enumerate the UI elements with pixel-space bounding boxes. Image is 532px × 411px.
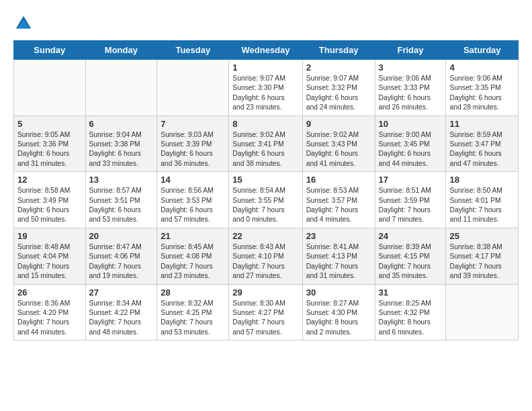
- column-header-thursday: Thursday: [302, 41, 375, 60]
- day-info: Sunrise: 8:59 AM Sunset: 3:47 PM Dayligh…: [449, 130, 515, 169]
- calendar-cell: [446, 284, 519, 340]
- day-number: 15: [232, 175, 298, 185]
- day-info: Sunrise: 9:05 AM Sunset: 3:36 PM Dayligh…: [17, 130, 82, 169]
- day-info: Sunrise: 8:25 AM Sunset: 4:32 PM Dayligh…: [379, 299, 443, 338]
- day-info: Sunrise: 8:32 AM Sunset: 4:25 PM Dayligh…: [161, 299, 225, 338]
- day-number: 3: [379, 62, 443, 73]
- day-info: Sunrise: 9:03 AM Sunset: 3:39 PM Dayligh…: [161, 130, 225, 169]
- calendar-cell: 5Sunrise: 9:05 AM Sunset: 3:36 PM Daylig…: [14, 116, 86, 172]
- column-header-friday: Friday: [375, 41, 446, 60]
- day-number: 10: [379, 119, 443, 129]
- day-number: 7: [161, 119, 225, 129]
- day-number: 26: [17, 287, 82, 298]
- calendar-week-row: 1Sunrise: 9:07 AM Sunset: 3:30 PM Daylig…: [14, 60, 519, 116]
- day-number: 30: [306, 287, 371, 298]
- day-info: Sunrise: 9:06 AM Sunset: 3:33 PM Dayligh…: [379, 74, 443, 113]
- day-number: 4: [449, 62, 515, 73]
- calendar-cell: 29Sunrise: 8:30 AM Sunset: 4:27 PM Dayli…: [229, 284, 302, 340]
- day-info: Sunrise: 8:43 AM Sunset: 4:10 PM Dayligh…: [232, 242, 298, 281]
- calendar-cell: 23Sunrise: 8:41 AM Sunset: 4:13 PM Dayli…: [302, 228, 375, 284]
- calendar-cell: 13Sunrise: 8:57 AM Sunset: 3:51 PM Dayli…: [85, 172, 157, 228]
- day-number: 27: [89, 287, 154, 298]
- day-number: 25: [449, 231, 515, 241]
- day-number: 19: [17, 231, 82, 241]
- day-info: Sunrise: 8:50 AM Sunset: 4:01 PM Dayligh…: [449, 186, 515, 225]
- day-info: Sunrise: 8:48 AM Sunset: 4:04 PM Dayligh…: [17, 242, 82, 281]
- day-info: Sunrise: 8:54 AM Sunset: 3:55 PM Dayligh…: [232, 186, 298, 225]
- day-number: 24: [379, 231, 443, 241]
- calendar-cell: 6Sunrise: 9:04 AM Sunset: 3:38 PM Daylig…: [85, 116, 157, 172]
- column-header-monday: Monday: [85, 41, 157, 60]
- day-number: 29: [232, 287, 298, 298]
- calendar-cell: [85, 60, 157, 116]
- day-number: 1: [232, 62, 298, 73]
- calendar-cell: 19Sunrise: 8:48 AM Sunset: 4:04 PM Dayli…: [14, 228, 86, 284]
- calendar-week-row: 26Sunrise: 8:36 AM Sunset: 4:20 PM Dayli…: [14, 284, 519, 340]
- calendar-cell: 31Sunrise: 8:25 AM Sunset: 4:32 PM Dayli…: [375, 284, 446, 340]
- calendar-cell: 27Sunrise: 8:34 AM Sunset: 4:22 PM Dayli…: [85, 284, 157, 340]
- calendar-week-row: 19Sunrise: 8:48 AM Sunset: 4:04 PM Dayli…: [14, 228, 519, 284]
- day-info: Sunrise: 8:39 AM Sunset: 4:15 PM Dayligh…: [379, 242, 443, 281]
- day-info: Sunrise: 8:58 AM Sunset: 3:49 PM Dayligh…: [17, 186, 82, 225]
- day-info: Sunrise: 9:07 AM Sunset: 3:32 PM Dayligh…: [306, 74, 371, 113]
- calendar-cell: 22Sunrise: 8:43 AM Sunset: 4:10 PM Dayli…: [229, 228, 302, 284]
- day-info: Sunrise: 8:47 AM Sunset: 4:06 PM Dayligh…: [89, 242, 154, 281]
- calendar-cell: 2Sunrise: 9:07 AM Sunset: 3:32 PM Daylig…: [302, 60, 375, 116]
- calendar-cell: 14Sunrise: 8:56 AM Sunset: 3:53 PM Dayli…: [157, 172, 229, 228]
- day-info: Sunrise: 8:53 AM Sunset: 3:57 PM Dayligh…: [306, 186, 371, 225]
- day-info: Sunrise: 8:57 AM Sunset: 3:51 PM Dayligh…: [89, 186, 154, 225]
- day-info: Sunrise: 9:06 AM Sunset: 3:35 PM Dayligh…: [449, 74, 515, 113]
- calendar-cell: 24Sunrise: 8:39 AM Sunset: 4:15 PM Dayli…: [375, 228, 446, 284]
- day-info: Sunrise: 8:41 AM Sunset: 4:13 PM Dayligh…: [306, 242, 371, 281]
- day-number: 21: [161, 231, 225, 241]
- day-number: 16: [306, 175, 371, 185]
- column-header-tuesday: Tuesday: [157, 41, 229, 60]
- day-number: 8: [232, 119, 298, 129]
- day-number: 22: [232, 231, 298, 241]
- calendar-cell: 17Sunrise: 8:51 AM Sunset: 3:59 PM Dayli…: [375, 172, 446, 228]
- day-number: 14: [161, 175, 225, 185]
- calendar-cell: 18Sunrise: 8:50 AM Sunset: 4:01 PM Dayli…: [446, 172, 519, 228]
- calendar-cell: 12Sunrise: 8:58 AM Sunset: 3:49 PM Dayli…: [14, 172, 86, 228]
- day-number: 2: [306, 62, 371, 73]
- day-info: Sunrise: 8:27 AM Sunset: 4:30 PM Dayligh…: [306, 299, 371, 338]
- day-number: 23: [306, 231, 371, 241]
- calendar-cell: 16Sunrise: 8:53 AM Sunset: 3:57 PM Dayli…: [302, 172, 375, 228]
- calendar-cell: 26Sunrise: 8:36 AM Sunset: 4:20 PM Dayli…: [14, 284, 86, 340]
- calendar-cell: 25Sunrise: 8:38 AM Sunset: 4:17 PM Dayli…: [446, 228, 519, 284]
- calendar-cell: 9Sunrise: 9:02 AM Sunset: 3:43 PM Daylig…: [302, 116, 375, 172]
- day-info: Sunrise: 9:00 AM Sunset: 3:45 PM Dayligh…: [379, 130, 443, 169]
- day-number: 11: [449, 119, 515, 129]
- day-number: 5: [17, 119, 82, 129]
- day-number: 6: [89, 119, 154, 129]
- column-header-wednesday: Wednesday: [229, 41, 302, 60]
- calendar-cell: 20Sunrise: 8:47 AM Sunset: 4:06 PM Dayli…: [85, 228, 157, 284]
- day-info: Sunrise: 8:36 AM Sunset: 4:20 PM Dayligh…: [17, 299, 82, 338]
- day-number: 17: [379, 175, 443, 185]
- logo: [13, 13, 36, 34]
- day-info: Sunrise: 9:04 AM Sunset: 3:38 PM Dayligh…: [89, 130, 154, 169]
- calendar-cell: 11Sunrise: 8:59 AM Sunset: 3:47 PM Dayli…: [446, 116, 519, 172]
- day-info: Sunrise: 9:02 AM Sunset: 3:41 PM Dayligh…: [232, 130, 298, 169]
- calendar-header-row: SundayMondayTuesdayWednesdayThursdayFrid…: [14, 41, 519, 60]
- calendar-cell: 15Sunrise: 8:54 AM Sunset: 3:55 PM Dayli…: [229, 172, 302, 228]
- calendar-cell: [14, 60, 86, 116]
- calendar-cell: 8Sunrise: 9:02 AM Sunset: 3:41 PM Daylig…: [229, 116, 302, 172]
- calendar-cell: 10Sunrise: 9:00 AM Sunset: 3:45 PM Dayli…: [375, 116, 446, 172]
- column-header-saturday: Saturday: [446, 41, 519, 60]
- calendar-cell: 28Sunrise: 8:32 AM Sunset: 4:25 PM Dayli…: [157, 284, 229, 340]
- logo-icon: [13, 13, 34, 34]
- day-number: 9: [306, 119, 371, 129]
- day-info: Sunrise: 8:34 AM Sunset: 4:22 PM Dayligh…: [89, 299, 154, 338]
- day-info: Sunrise: 8:38 AM Sunset: 4:17 PM Dayligh…: [449, 242, 515, 281]
- calendar-cell: 1Sunrise: 9:07 AM Sunset: 3:30 PM Daylig…: [229, 60, 302, 116]
- calendar-week-row: 5Sunrise: 9:05 AM Sunset: 3:36 PM Daylig…: [14, 116, 519, 172]
- calendar: SundayMondayTuesdayWednesdayThursdayFrid…: [13, 40, 519, 340]
- column-header-sunday: Sunday: [14, 41, 86, 60]
- day-number: 20: [89, 231, 154, 241]
- day-number: 12: [17, 175, 82, 185]
- calendar-cell: 3Sunrise: 9:06 AM Sunset: 3:33 PM Daylig…: [375, 60, 446, 116]
- day-info: Sunrise: 8:45 AM Sunset: 4:08 PM Dayligh…: [161, 242, 225, 281]
- day-number: 31: [379, 287, 443, 298]
- calendar-cell: 21Sunrise: 8:45 AM Sunset: 4:08 PM Dayli…: [157, 228, 229, 284]
